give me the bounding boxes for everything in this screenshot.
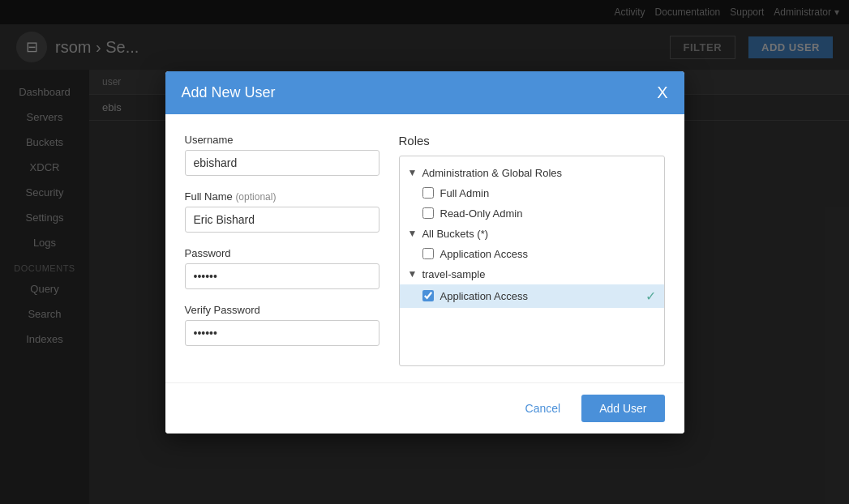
role-group-travel-sample[interactable]: ▼ travel-sample [400, 264, 664, 284]
checkbox-full-admin[interactable] [422, 187, 434, 199]
roles-label: Roles [399, 134, 665, 147]
add-user-dialog: Add New User X Username Full Name (optio… [165, 71, 684, 434]
collapse-icon-travel: ▼ [408, 268, 418, 280]
collapse-icon-buckets: ▼ [408, 228, 418, 239]
roles-section: Roles ▼ Administration & Global Roles Fu… [399, 134, 665, 366]
verify-password-label: Verify Password [185, 304, 379, 316]
password-label: Password [185, 247, 379, 259]
modal-overlay: Add New User X Username Full Name (optio… [0, 0, 849, 504]
dialog-title: Add New User [182, 84, 276, 101]
role-label-app-access-travel: Application Access [440, 290, 639, 302]
verify-password-input[interactable] [185, 320, 379, 346]
cancel-button[interactable]: Cancel [514, 395, 572, 422]
role-item-full-admin: Full Admin [400, 183, 664, 203]
role-item-app-access-travel: Application Access ✓ [400, 284, 664, 308]
fullname-label: Full Name (optional) [185, 190, 379, 203]
role-group-admin-global[interactable]: ▼ Administration & Global Roles [400, 163, 664, 183]
role-label-full-admin: Full Admin [440, 187, 656, 199]
collapse-icon-admin: ▼ [408, 167, 418, 178]
dialog-close-button[interactable]: X [657, 84, 667, 100]
username-group: Username [185, 134, 379, 176]
optional-tag: (optional) [235, 191, 276, 203]
add-user-dialog-button[interactable]: Add User [581, 395, 664, 422]
checkbox-app-access-all[interactable] [422, 248, 434, 259]
form-section: Username Full Name (optional) Password V… [185, 134, 379, 366]
role-group-admin-global-label: Administration & Global Roles [422, 167, 562, 179]
username-label: Username [185, 134, 379, 146]
checkbox-app-access-travel[interactable] [422, 290, 434, 301]
role-label-readonly-admin: Read-Only Admin [440, 207, 656, 220]
dialog-footer: Cancel Add User [165, 382, 684, 434]
dialog-body: Username Full Name (optional) Password V… [165, 114, 684, 382]
role-group-all-buckets[interactable]: ▼ All Buckets (*) [400, 224, 664, 244]
role-group-travel-sample-label: travel-sample [422, 268, 485, 280]
role-label-app-access-all: Application Access [440, 248, 656, 260]
checkbox-readonly-admin[interactable] [422, 207, 434, 219]
verify-password-group: Verify Password [185, 304, 379, 346]
password-input[interactable] [185, 263, 379, 289]
checkmark-icon: ✓ [645, 288, 656, 304]
password-group: Password [185, 247, 379, 289]
roles-box: ▼ Administration & Global Roles Full Adm… [399, 156, 665, 366]
role-item-app-access-all: Application Access [400, 244, 664, 264]
dialog-header: Add New User X [165, 71, 684, 114]
fullname-group: Full Name (optional) [185, 190, 379, 233]
role-item-readonly-admin: Read-Only Admin [400, 203, 664, 224]
fullname-input[interactable] [185, 207, 379, 233]
role-group-all-buckets-label: All Buckets (*) [422, 228, 488, 240]
username-input[interactable] [185, 150, 379, 176]
